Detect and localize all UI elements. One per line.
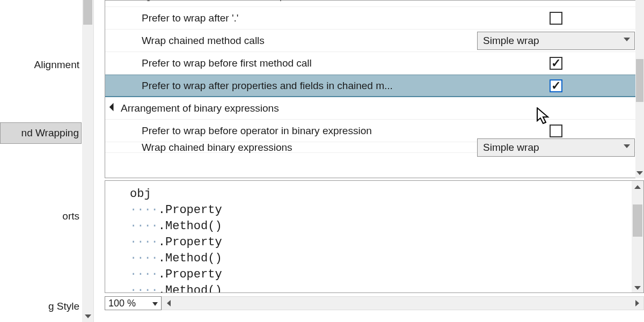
chevron-down-icon — [634, 286, 641, 290]
setting-label: Prefer to wrap before operator in binary… — [142, 125, 477, 137]
settings-row[interactable]: Prefer to wrap after '.' — [105, 7, 643, 30]
settings-row[interactable]: Prefer to wrap after properties and fiel… — [105, 75, 643, 97]
setting-label: Wrap chained method calls — [142, 35, 477, 47]
settings-row[interactable]: Prefer to wrap before first method call — [105, 52, 643, 75]
settings-row[interactable]: Wrap chained binary expressionsSimple wr… — [105, 142, 643, 153]
preview-scroll-up[interactable] — [632, 181, 643, 193]
chevron-down-icon — [624, 144, 630, 148]
hscroll-right[interactable] — [631, 297, 643, 310]
setting-combo[interactable]: Simple wrap — [477, 32, 635, 50]
outer-scroll-down[interactable] — [635, 167, 644, 178]
chevron-left-icon — [167, 300, 171, 306]
sidebar-item[interactable]: g Style — [0, 296, 82, 317]
chevron-down-icon — [624, 38, 630, 41]
chevron-right-icon — [635, 300, 639, 306]
group-label: Arrangement of member access expressions — [121, 0, 643, 2]
hscroll-left[interactable] — [162, 297, 175, 310]
settings-grid: Arrangement of member access expressions… — [105, 0, 644, 178]
chevron-down-icon — [636, 171, 643, 175]
setting-checkbox[interactable] — [550, 57, 562, 70]
preview-scrollbar[interactable] — [632, 181, 643, 293]
category-sidebar: Alignmentnd Wrappingortsg Style — [0, 0, 94, 322]
expand-icon — [109, 103, 118, 112]
combo-value: Simple wrap — [483, 142, 539, 153]
settings-row[interactable]: Wrap chained method callsSimple wrap — [105, 30, 643, 52]
preview-code-text: obj ····.Property ····.Method() ····.Pro… — [105, 181, 643, 293]
sidebar-scrollbar[interactable] — [82, 0, 93, 322]
dropdown-icon — [152, 302, 158, 306]
setting-checkbox[interactable] — [550, 12, 562, 25]
preview-scroll-down[interactable] — [632, 282, 643, 293]
zoom-combo[interactable]: 100 % — [105, 296, 162, 310]
setting-label: Prefer to wrap after '.' — [142, 12, 477, 24]
sidebar-item[interactable]: nd Wrapping — [0, 122, 82, 144]
zoom-value: 100 % — [108, 298, 136, 309]
setting-label: Prefer to wrap after properties and fiel… — [142, 80, 477, 92]
bottom-bar: 100 % — [105, 296, 644, 311]
sidebar-scroll-down[interactable] — [82, 311, 93, 322]
setting-label: Wrap chained binary expressions — [142, 142, 477, 153]
sidebar-item[interactable]: orts — [0, 206, 82, 226]
sidebar-item[interactable]: Alignment — [0, 55, 82, 75]
combo-value: Simple wrap — [483, 35, 539, 47]
setting-label: Prefer to wrap before first method call — [142, 57, 477, 69]
group-label: Arrangement of binary expressions — [121, 103, 643, 114]
chevron-down-icon — [85, 314, 91, 318]
preview-hscrollbar[interactable] — [162, 296, 644, 310]
sidebar-scrollbar-thumb[interactable] — [83, 0, 92, 25]
setting-checkbox[interactable] — [550, 79, 562, 92]
outer-scrollbar-thumb[interactable] — [636, 59, 643, 102]
chevron-up-icon — [634, 185, 641, 189]
setting-combo[interactable]: Simple wrap — [477, 138, 635, 157]
code-preview: obj ····.Property ····.Method() ····.Pro… — [105, 180, 644, 293]
settings-group-header[interactable]: Arrangement of binary expressions — [105, 97, 643, 120]
preview-scrollbar-thumb[interactable] — [633, 204, 642, 237]
settings-group-header[interactable]: Arrangement of member access expressions — [105, 0, 643, 7]
outer-scrollbar[interactable] — [635, 0, 644, 178]
setting-checkbox[interactable] — [550, 125, 562, 137]
